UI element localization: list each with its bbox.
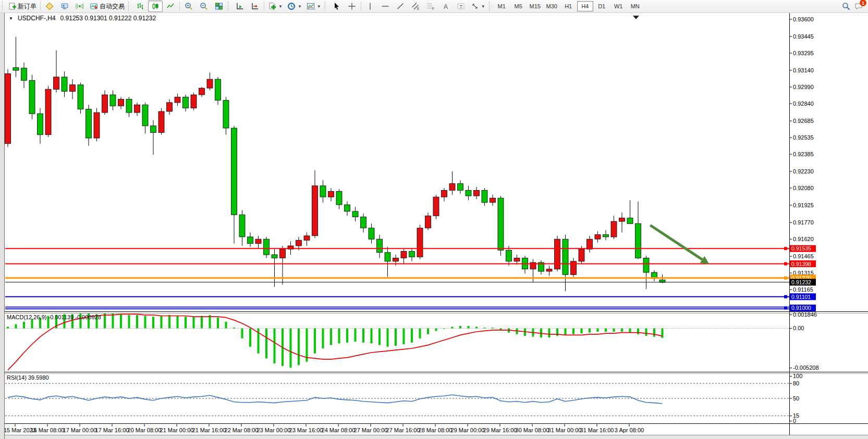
toolbar-grip[interactable] [2, 2, 5, 11]
zoom-out-button[interactable] [197, 1, 211, 12]
tf-button-m5[interactable]: M5 [510, 1, 527, 11]
macd-indicator-label: MACD(12,26,9) -0.001139 -0.000928 [7, 314, 101, 320]
svg-text:0.93600: 0.93600 [793, 16, 814, 22]
tf-button-w1[interactable]: W1 [610, 1, 627, 11]
svg-text:F: F [432, 7, 434, 10]
chat-button[interactable]: 1 [854, 2, 863, 10]
line-chart-icon [166, 2, 175, 10]
market-button[interactable] [42, 1, 57, 12]
arrows-button[interactable]: ▼ [469, 1, 487, 12]
svg-text:22 Mar 08:00: 22 Mar 08:00 [225, 427, 259, 433]
tf-button-m15[interactable]: M15 [527, 1, 543, 11]
svg-text:0.91000: 0.91000 [791, 305, 811, 311]
cursor-button[interactable] [329, 1, 344, 12]
text-label-icon: T [457, 2, 465, 10]
svg-text:17 Mar 16:00: 17 Mar 16:00 [95, 427, 129, 433]
search-icon[interactable] [842, 2, 850, 10]
indicators-icon [268, 2, 276, 10]
collapse-triangle-icon[interactable]: ▼ [9, 16, 13, 21]
equidistant-channel-icon: E [411, 2, 420, 10]
svg-text:28 Mar 08:00: 28 Mar 08:00 [419, 427, 453, 433]
cursor-icon [333, 2, 341, 10]
svg-text:0.92535: 0.92535 [793, 134, 814, 141]
toolbar-grip[interactable] [128, 2, 131, 11]
line-chart-button[interactable] [163, 1, 178, 12]
tile-windows-button[interactable] [212, 1, 226, 12]
tf-button-h1[interactable]: H1 [560, 1, 577, 11]
svg-text:21 Mar 16:00: 21 Mar 16:00 [192, 427, 226, 433]
new-order-button[interactable]: 新订单 [7, 1, 39, 12]
svg-text:A: A [444, 3, 448, 10]
svg-text:50: 50 [793, 395, 799, 402]
bar-chart-icon [136, 2, 144, 10]
tile-windows-icon [215, 2, 223, 10]
vertical-line-button[interactable] [363, 1, 377, 12]
indicators-button[interactable]: ▼ [266, 1, 285, 12]
strategy-tester-button[interactable] [57, 1, 72, 12]
chart-window[interactable]: 0.936000.934450.932950.931400.929900.928… [4, 12, 868, 439]
tf-button-m1[interactable]: M1 [494, 1, 510, 11]
svg-text:23 Mar 16:00: 23 Mar 16:00 [289, 427, 323, 433]
svg-text:29 Mar 00:00: 29 Mar 00:00 [451, 427, 485, 433]
horizontal-line-button[interactable] [378, 1, 393, 12]
candlestick-chart-button[interactable] [148, 1, 163, 12]
svg-text:20 Mar 08:00: 20 Mar 08:00 [128, 427, 162, 433]
tf-button-d1[interactable]: D1 [594, 1, 610, 11]
toolbar-separator [40, 2, 41, 11]
svg-text:0.92230: 0.92230 [793, 168, 814, 174]
auto-trading-button[interactable]: 自动交易 [88, 1, 127, 12]
auto-scroll-icon [236, 2, 244, 10]
zoom-out-icon [200, 2, 208, 10]
crosshair-icon [348, 2, 356, 10]
crosshair-button[interactable] [345, 1, 359, 12]
text-button[interactable]: A [438, 1, 453, 12]
svg-text:E: E [417, 7, 420, 10]
svg-text:0.93445: 0.93445 [793, 33, 814, 40]
text-label-button[interactable]: T [454, 1, 468, 12]
periods-button[interactable]: ▼ [285, 1, 304, 12]
toolbar-grip[interactable] [325, 2, 328, 11]
svg-text:0.92080: 0.92080 [793, 185, 814, 191]
trendline-button[interactable] [393, 1, 408, 12]
toolbar-separator [179, 2, 180, 11]
chart-shift-icon [251, 2, 259, 10]
chevron-down-icon: ▼ [278, 4, 283, 9]
svg-text:0.93295: 0.93295 [793, 50, 814, 56]
svg-text:0.91232: 0.91232 [791, 279, 811, 285]
chevron-down-icon: ▼ [317, 4, 321, 9]
zoom-in-icon [185, 2, 193, 10]
svg-text:0.92385: 0.92385 [793, 151, 814, 157]
fibonacci-button[interactable]: F [423, 1, 438, 12]
svg-text:0.91620: 0.91620 [793, 236, 814, 242]
toolbar-separator [361, 2, 361, 11]
tf-button-h4[interactable]: H4 [577, 1, 593, 11]
svg-text:0.91770: 0.91770 [793, 219, 814, 225]
auto-scroll-button[interactable] [233, 1, 247, 12]
toolbar-grip[interactable] [489, 2, 492, 11]
chat-badge: 1 [860, 0, 866, 6]
toolbar-grip[interactable] [228, 2, 231, 11]
templates-button[interactable]: ▼ [304, 1, 323, 12]
zoom-in-button[interactable] [181, 1, 196, 12]
candlestick-chart-icon [151, 2, 160, 10]
toolbar-right-area: 1 [842, 2, 868, 10]
computer-user-icon [60, 2, 69, 10]
text-icon: A [442, 2, 450, 10]
chevron-down-icon: ▼ [298, 4, 302, 9]
equidistant-channel-button[interactable]: E [408, 1, 423, 12]
tf-button-mn[interactable]: MN [627, 1, 643, 11]
bar-chart-button[interactable] [133, 1, 148, 12]
signals-button[interactable] [72, 1, 87, 12]
template-icon [307, 2, 315, 10]
svg-text:29 Mar 16:00: 29 Mar 16:00 [483, 427, 517, 433]
chart-shift-button[interactable] [248, 1, 262, 12]
mt4-terminal: { "toolbar": { "new_order": "新订单", "auto… [0, 0, 868, 439]
periods-clock-icon [287, 2, 296, 10]
chart-canvas[interactable]: 0.936000.934450.932950.931400.929900.928… [5, 13, 868, 439]
new-order-label: 新订单 [18, 2, 36, 11]
svg-text:17 Mar 00:00: 17 Mar 00:00 [63, 427, 97, 433]
svg-text:23 Mar 00:00: 23 Mar 00:00 [257, 427, 291, 433]
tf-button-m30[interactable]: M30 [544, 1, 560, 11]
svg-text:0.92990: 0.92990 [793, 84, 814, 90]
main-toolbar: 新订单 自动交易 [0, 0, 868, 13]
